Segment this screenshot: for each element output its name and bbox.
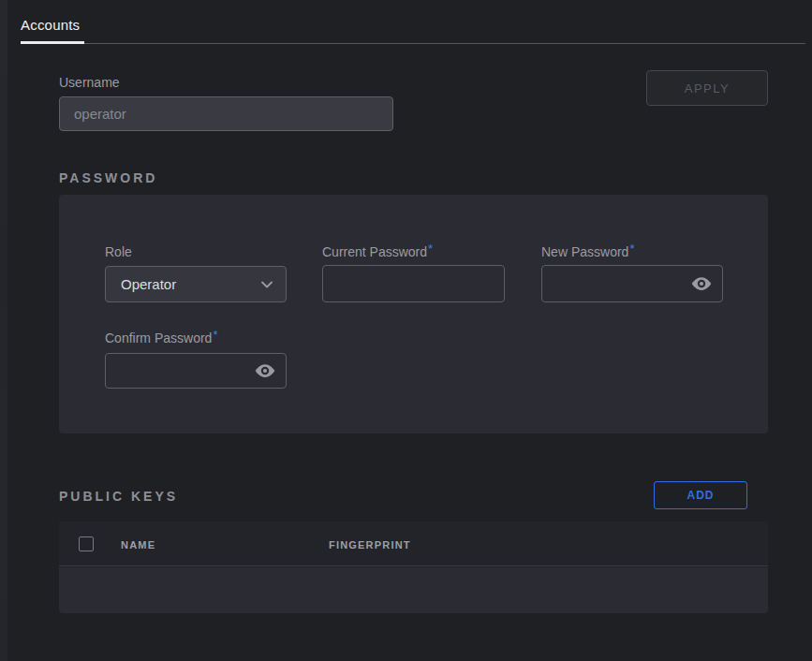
new-password-label: New Password*: [541, 244, 634, 259]
required-marker: *: [629, 242, 634, 256]
show-password-eye-icon[interactable]: [691, 277, 712, 291]
public-keys-table-empty-body: [59, 567, 768, 613]
accounts-settings-page: Accounts Username APPLY PASSWORD Role Op…: [0, 0, 812, 661]
column-header-fingerprint: FINGERPRINT: [329, 539, 411, 551]
new-password-label-text: New Password: [541, 244, 628, 259]
confirm-password-label: Confirm Password*: [105, 330, 217, 345]
public-keys-table-header: NAME FINGERPRINT: [59, 521, 768, 566]
role-select-value: Operator: [121, 276, 176, 292]
tab-accounts[interactable]: Accounts: [21, 17, 80, 33]
tab-bar-divider: [21, 43, 805, 44]
chevron-down-icon: [261, 281, 273, 288]
decorative-left-strip: [0, 0, 7, 661]
current-password-label: Current Password*: [322, 244, 433, 259]
show-password-eye-icon[interactable]: [255, 364, 275, 378]
password-card: Role Operator Current Password* New Pass…: [59, 195, 768, 433]
active-tab-underline: [21, 41, 84, 44]
username-label: Username: [59, 75, 120, 90]
current-password-label-text: Current Password: [322, 244, 427, 259]
confirm-password-label-text: Confirm Password: [105, 330, 212, 345]
public-keys-section-title: PUBLIC KEYS: [59, 489, 178, 504]
select-all-checkbox[interactable]: [79, 536, 94, 551]
apply-button[interactable]: APPLY: [646, 70, 768, 106]
password-section-title: PASSWORD: [59, 170, 157, 185]
role-label: Role: [105, 244, 132, 259]
add-public-key-button[interactable]: ADD: [654, 481, 747, 509]
column-header-name: NAME: [121, 539, 155, 551]
username-input[interactable]: [59, 96, 393, 131]
role-select[interactable]: Operator: [105, 266, 287, 302]
current-password-input[interactable]: [322, 265, 505, 302]
current-password-field-wrap: [322, 265, 505, 302]
required-marker: *: [213, 328, 217, 342]
required-marker: *: [428, 242, 433, 256]
confirm-password-field-wrap: [105, 353, 287, 389]
new-password-field-wrap: [541, 265, 723, 302]
